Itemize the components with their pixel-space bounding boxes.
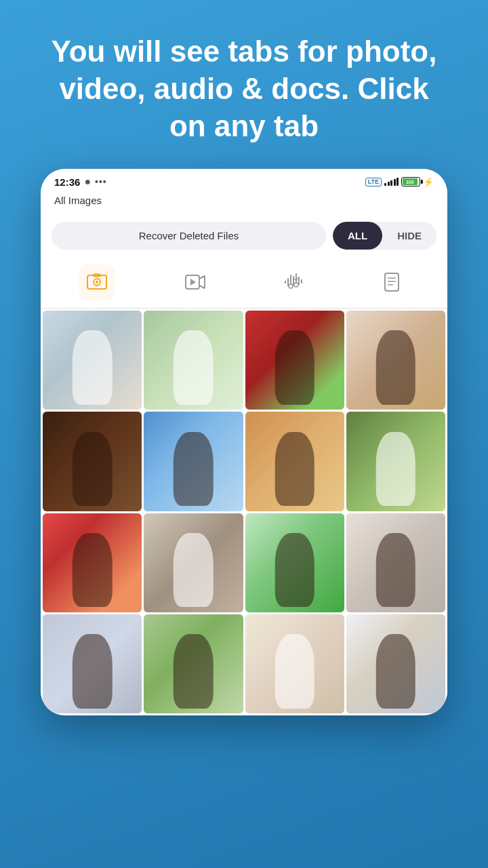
tab-video[interactable] xyxy=(178,264,213,300)
app-bar: All Images xyxy=(41,192,447,215)
image-grid xyxy=(41,309,447,715)
list-item[interactable] xyxy=(346,311,445,410)
hide-toggle-button[interactable]: HIDE xyxy=(382,222,436,250)
status-right: LTE 100 ⚡ xyxy=(365,177,434,187)
toolbar: Recover Deleted Files ALL HIDE xyxy=(41,215,447,259)
svg-rect-8 xyxy=(385,273,399,291)
all-toggle-button[interactable]: ALL xyxy=(333,222,382,250)
list-item[interactable] xyxy=(43,614,142,713)
signal-bars xyxy=(384,178,399,186)
all-hide-toggle: ALL HIDE xyxy=(333,222,436,250)
list-item[interactable] xyxy=(245,614,344,713)
tab-photo[interactable] xyxy=(79,264,115,300)
signal-icon: ● xyxy=(84,176,91,188)
battery-indicator: 100 xyxy=(401,177,420,186)
list-item[interactable] xyxy=(245,513,344,612)
all-images-label: All Images xyxy=(54,195,102,206)
list-item[interactable] xyxy=(245,311,344,410)
tab-audio[interactable] xyxy=(276,264,311,300)
tab-bar xyxy=(41,259,447,309)
list-item[interactable] xyxy=(144,513,243,612)
status-time: 12:36 xyxy=(54,176,80,188)
list-item[interactable] xyxy=(245,412,344,511)
list-item[interactable] xyxy=(144,614,243,713)
list-item[interactable] xyxy=(144,311,243,410)
battery-level: 100 xyxy=(403,178,418,185)
list-item[interactable] xyxy=(346,614,445,713)
overflow-icon: ••• xyxy=(95,176,107,187)
list-item[interactable] xyxy=(346,513,445,612)
tab-docs[interactable] xyxy=(374,264,409,300)
list-item[interactable] xyxy=(346,412,445,511)
svg-marker-5 xyxy=(190,279,196,285)
recover-deleted-files-button[interactable]: Recover Deleted Files xyxy=(52,222,326,250)
lte-badge: LTE xyxy=(365,178,382,186)
phone-frame: 12:36 ● ••• LTE 100 ⚡ All Imag xyxy=(41,169,447,715)
status-bar: 12:36 ● ••• LTE 100 ⚡ xyxy=(41,169,447,192)
charging-icon: ⚡ xyxy=(423,177,434,187)
svg-point-3 xyxy=(96,281,98,283)
list-item[interactable] xyxy=(43,311,142,410)
status-left: 12:36 ● ••• xyxy=(54,176,107,188)
list-item[interactable] xyxy=(43,412,142,511)
list-item[interactable] xyxy=(43,513,142,612)
headline-text: You will see tabs for photo, video, audi… xyxy=(0,0,488,169)
list-item[interactable] xyxy=(144,412,243,511)
